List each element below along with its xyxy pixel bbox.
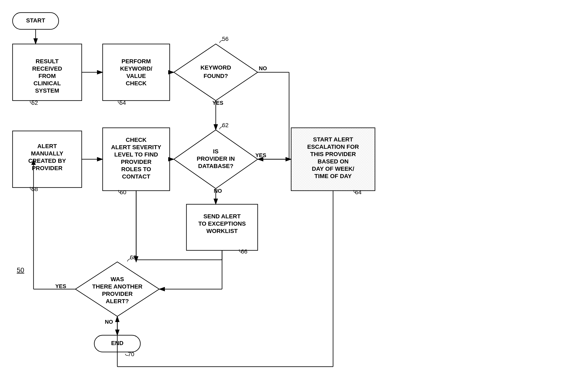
- check-alert-label-3: LEVEL TO FIND: [114, 151, 158, 158]
- ref-56: 56: [222, 36, 229, 42]
- escalation-label-1: START ALERT: [313, 136, 353, 143]
- no-from-provider: NO: [214, 188, 222, 194]
- alert-manually-label-1: ALERT: [37, 143, 57, 149]
- alert-manually-node: ALERT MANUALLY CREATED BY PROVIDER 58: [13, 131, 82, 192]
- svg-rect-3: [103, 44, 170, 100]
- start-label: START: [26, 17, 45, 24]
- keyword-found-label-1: KEYWORD: [200, 64, 231, 71]
- svg-rect-12: [186, 204, 258, 250]
- no-from-wasanother: NO: [105, 319, 113, 325]
- send-alert-label-1: SEND ALERT: [203, 213, 241, 220]
- send-alert-label-3: WORKLIST: [206, 228, 237, 234]
- send-alert-label-2: TO EXCEPTIONS: [198, 220, 246, 227]
- result-received-label-1: RESULT: [36, 58, 59, 65]
- check-alert-label-2: ALERT SEVERITY: [111, 144, 161, 150]
- perform-check-label-2: KEYWORD/: [120, 65, 152, 72]
- was-there-label-4: ALERT?: [106, 298, 129, 304]
- escalation-label-4: BASED ON: [318, 158, 349, 165]
- was-there-label-1: WAS: [110, 276, 124, 282]
- check-alert-label-5: ROLES TO: [121, 166, 151, 172]
- result-received-label-3: FROM: [39, 73, 56, 79]
- is-provider-label-2: PROVIDER IN: [197, 155, 235, 162]
- perform-check-label-1: PERFORM: [122, 58, 151, 65]
- send-alert-node: SEND ALERT TO EXCEPTIONS WORKLIST 66: [186, 204, 258, 255]
- yes-from-keyword: YES: [212, 100, 223, 106]
- escalation-label-6: TIME OF DAY: [314, 173, 352, 179]
- check-alert-label-4: PROVIDER: [121, 159, 152, 165]
- result-received-label-2: RECEIVED: [32, 65, 62, 72]
- ref-62: 62: [222, 122, 229, 128]
- start-escalation-node: START ALERT ESCALATION FOR THIS PROVIDER…: [291, 128, 375, 196]
- ref-70: 70: [128, 351, 134, 357]
- ref-58: 58: [31, 186, 38, 192]
- yes-from-provider: YES: [255, 152, 266, 158]
- result-received-label-5: SYSTEM: [35, 87, 59, 94]
- ref-54: 54: [119, 99, 126, 106]
- yes-from-wasanother: YES: [55, 283, 66, 289]
- ref-64: 64: [355, 189, 361, 196]
- alert-manually-label-2: MANUALLY: [31, 150, 63, 157]
- alert-manually-label-3: CREATED BY: [28, 157, 66, 164]
- escalation-label-2: ESCALATION FOR: [307, 143, 359, 150]
- check-alert-node: CHECK ALERT SEVERITY LEVEL TO FIND PROVI…: [103, 128, 170, 196]
- svg-rect-0: [0, 0, 566, 392]
- result-received-node: RESULT RECEIVED FROM CLINICAL SYSTEM 52: [13, 44, 82, 106]
- ref-66: 66: [241, 248, 247, 255]
- figure-ref: 50: [17, 266, 24, 274]
- escalation-label-5: DAY OF WEEK/: [312, 166, 354, 172]
- perform-check-label-3: VALUE: [126, 73, 146, 79]
- no-from-keyword: NO: [259, 65, 267, 71]
- check-alert-label-1: CHECK: [126, 137, 147, 143]
- perform-check-node: PERFORM KEYWORD/ VALUE CHECK 54: [103, 44, 170, 106]
- alert-manually-label-4: PROVIDER: [32, 165, 62, 171]
- keyword-found-label-2: FOUND?: [204, 73, 228, 79]
- check-alert-label-6: CONTACT: [122, 173, 151, 180]
- result-received-label-4: CLINICAL: [33, 80, 61, 86]
- ref-68: 68: [130, 254, 136, 261]
- was-there-label-2: THERE ANOTHER: [92, 283, 142, 290]
- is-provider-label-1: IS: [213, 148, 219, 155]
- diagram-container: 50 START RESULT RECEIVED FROM CLINICAL S…: [0, 0, 566, 392]
- was-there-label-3: PROVIDER: [102, 291, 133, 297]
- perform-check-label-4: CHECK: [126, 80, 147, 86]
- escalation-label-3: THIS PROVIDER: [310, 151, 356, 157]
- start-node: START: [13, 13, 59, 29]
- ref-52: 52: [31, 99, 38, 106]
- ref-60: 60: [120, 189, 126, 196]
- is-provider-label-3: DATABASE?: [198, 163, 234, 169]
